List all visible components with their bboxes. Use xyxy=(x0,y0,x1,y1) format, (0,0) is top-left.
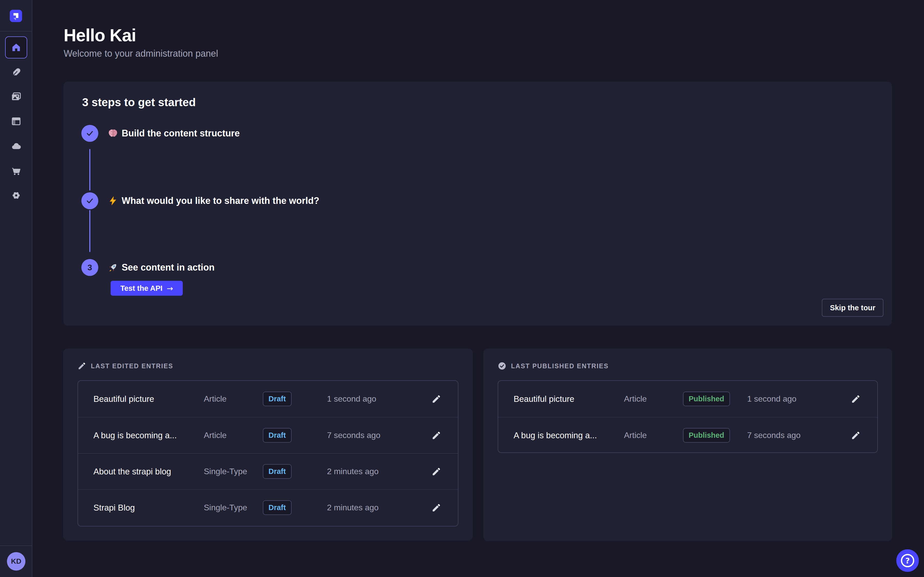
content-type-builder-icon xyxy=(11,116,21,126)
strapi-logo[interactable] xyxy=(10,10,22,22)
sidebar-item-content-type-builder[interactable] xyxy=(11,116,21,126)
cloud-icon xyxy=(11,141,21,151)
strapi-logo-icon xyxy=(10,10,22,22)
step-2-status-circle xyxy=(81,192,98,209)
last-published-entries-header: LAST PUBLISHED ENTRIES xyxy=(498,362,609,370)
sidebar-item-content-manager[interactable] xyxy=(11,67,21,77)
sidebar-divider-bottom xyxy=(0,545,32,546)
table-row: About the strapi blog Single-Type Draft … xyxy=(78,453,458,489)
check-icon xyxy=(86,129,94,138)
entry-time: 1 second ago xyxy=(747,394,850,404)
test-the-api-label: Test the API xyxy=(120,284,163,293)
main-nav-sidebar: KD xyxy=(0,0,32,577)
entry-type: Article xyxy=(624,430,683,440)
status-badge: Draft xyxy=(263,428,292,443)
entry-time: 7 seconds ago xyxy=(327,430,430,440)
sidebar-item-cloud[interactable] xyxy=(11,141,21,151)
step-connector-2 xyxy=(89,210,90,252)
page-subtitle: Welcome to your administration panel xyxy=(64,48,218,59)
page-title: Hello Kai xyxy=(64,25,136,45)
entry-title: A bug is becoming a... xyxy=(94,430,204,440)
sidebar-item-settings[interactable] xyxy=(11,190,21,201)
entry-type: Article xyxy=(624,394,683,404)
sidebar-divider-top xyxy=(0,31,32,32)
entry-type: Single-Type xyxy=(204,503,263,513)
pencil-icon xyxy=(851,394,861,404)
status-badge: Published xyxy=(683,392,730,406)
step-1-status-circle xyxy=(81,125,98,142)
last-published-entries-table: Beautiful picture Article Published 1 se… xyxy=(498,380,878,453)
status-badge: Draft xyxy=(263,500,292,515)
help-button[interactable]: ? xyxy=(896,549,919,572)
entry-type: Article xyxy=(204,394,263,404)
marketplace-cart-icon xyxy=(11,166,21,176)
entry-title: Beautiful picture xyxy=(94,394,204,404)
test-the-api-button[interactable]: Test the API → xyxy=(111,281,183,296)
entry-time: 1 second ago xyxy=(327,394,430,404)
edit-entry-button[interactable] xyxy=(430,466,443,478)
entry-time: 2 minutes ago xyxy=(327,467,430,476)
status-badge: Draft xyxy=(263,464,292,479)
entry-time: 7 seconds ago xyxy=(747,430,850,440)
home-icon xyxy=(11,42,21,53)
brain-emoji-icon xyxy=(108,128,118,139)
entry-type: Single-Type xyxy=(204,467,263,476)
arrow-right-icon: → xyxy=(166,284,173,293)
zap-emoji-icon xyxy=(108,196,118,206)
settings-gear-icon xyxy=(11,190,21,201)
step-3-label: See content in action xyxy=(108,259,215,276)
step-1-label: Build the content structure xyxy=(108,125,240,142)
entry-title: About the strapi blog xyxy=(94,467,204,477)
last-published-entries-title: LAST PUBLISHED ENTRIES xyxy=(511,363,609,370)
pencil-icon xyxy=(431,394,441,404)
check-circle-icon xyxy=(498,362,506,370)
last-edited-entries-header: LAST EDITED ENTRIES xyxy=(78,362,173,370)
table-row: A bug is becoming a... Article Published… xyxy=(498,417,877,453)
rocket-emoji-icon xyxy=(108,262,118,272)
edit-entry-button[interactable] xyxy=(850,429,862,442)
pencil-icon xyxy=(431,503,441,513)
edit-entry-button[interactable] xyxy=(430,501,443,514)
step-2-text: What would you like to share with the wo… xyxy=(122,195,319,206)
edit-entry-button[interactable] xyxy=(850,393,862,405)
last-edited-entries-title: LAST EDITED ENTRIES xyxy=(91,363,173,370)
step-connector-1 xyxy=(89,149,90,190)
pencil-icon xyxy=(431,467,441,477)
status-badge: Published xyxy=(683,428,730,443)
step-3-text: See content in action xyxy=(122,262,215,273)
sidebar-item-media-library[interactable] xyxy=(11,92,21,102)
pencil-icon xyxy=(431,430,441,440)
table-row: A bug is becoming a... Article Draft 7 s… xyxy=(78,417,458,453)
entry-title: Beautiful picture xyxy=(514,394,624,404)
last-edited-entries-table: Beautiful picture Article Draft 1 second… xyxy=(78,380,459,527)
media-library-icon xyxy=(11,92,21,102)
edit-entry-button[interactable] xyxy=(430,393,443,405)
step-1-text: Build the content structure xyxy=(122,128,240,139)
pencil-icon xyxy=(851,430,861,440)
entry-time: 2 minutes ago xyxy=(327,503,430,513)
table-row: Strapi Blog Single-Type Draft 2 minutes … xyxy=(78,489,458,525)
sidebar-item-marketplace[interactable] xyxy=(11,166,21,176)
pencil-icon xyxy=(78,362,86,370)
strapi-admin-home: KD Hello Kai Welcome to your administrat… xyxy=(0,0,924,577)
entry-title: A bug is becoming a... xyxy=(514,430,624,440)
onboarding-title: 3 steps to get started xyxy=(82,96,196,109)
table-row: Beautiful picture Article Published 1 se… xyxy=(498,381,877,417)
entry-title: Strapi Blog xyxy=(94,503,204,513)
edit-entry-button[interactable] xyxy=(430,429,443,442)
entry-type: Article xyxy=(204,430,263,440)
question-mark-icon: ? xyxy=(901,554,914,567)
table-row: Beautiful picture Article Draft 1 second… xyxy=(78,381,458,417)
skip-the-tour-button[interactable]: Skip the tour xyxy=(822,299,884,317)
step-2-label: What would you like to share with the wo… xyxy=(108,192,319,209)
sidebar-item-home[interactable] xyxy=(5,36,27,58)
check-icon xyxy=(86,197,94,205)
status-badge: Draft xyxy=(263,392,292,406)
user-avatar[interactable]: KD xyxy=(7,552,26,571)
step-3-status-circle: 3 xyxy=(81,259,98,276)
step-3-number: 3 xyxy=(87,263,92,272)
content-manager-feather-icon xyxy=(11,67,21,77)
